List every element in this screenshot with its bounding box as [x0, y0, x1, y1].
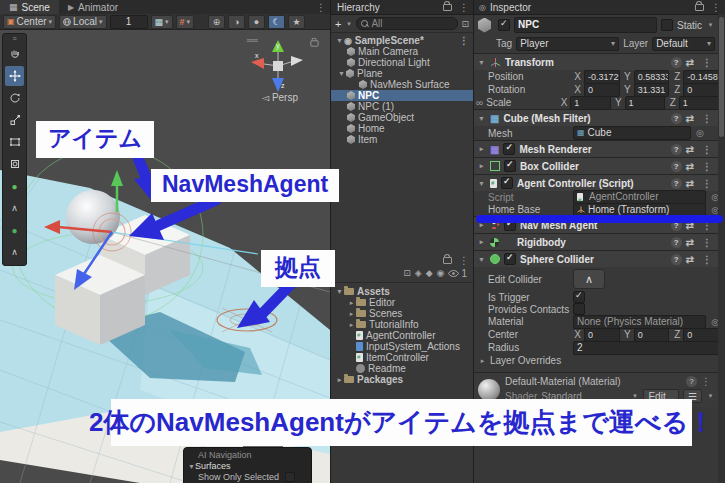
- is-trigger-checkbox[interactable]: [573, 291, 585, 303]
- chevron-down-icon[interactable]: ▾: [344, 20, 353, 28]
- mesh-filter-component-header[interactable]: ▼ ▦ Cube (Mesh Filter) ?⇄⋮: [474, 109, 719, 126]
- help-icon[interactable]: ?: [671, 178, 682, 189]
- rotation-y-field[interactable]: 31.331: [634, 83, 670, 97]
- gizmo-center-cube[interactable]: [273, 61, 283, 71]
- project-item-inputsystem-actions[interactable]: InputSystem_Actions: [331, 341, 473, 352]
- search-in-project-icon[interactable]: ⊡: [403, 268, 411, 278]
- foldout-caret-icon[interactable]: ▼: [337, 70, 346, 77]
- center-y-field[interactable]: 0: [634, 328, 670, 342]
- kebab-menu-icon[interactable]: ⋮: [698, 254, 716, 265]
- kebab-menu-icon[interactable]: ⋮: [698, 113, 716, 124]
- scale-z-field[interactable]: 1: [679, 96, 719, 110]
- layer-dropdown[interactable]: Default▾: [652, 37, 715, 51]
- hierarchy-menu-icon[interactable]: ⋮: [455, 2, 473, 13]
- add-object-button[interactable]: +: [335, 18, 341, 30]
- show-only-selected-checkbox[interactable]: [285, 472, 295, 482]
- script-object-field[interactable]: AgentController: [573, 190, 706, 204]
- hierarchy-item-gameobject[interactable]: GameObject: [331, 112, 473, 123]
- foldout-caret-icon[interactable]: ▼: [335, 288, 344, 295]
- gizmo-lock-icon[interactable]: [310, 40, 318, 46]
- position-z-field[interactable]: -0.14585: [683, 70, 719, 84]
- snap-increment-field[interactable]: 1: [110, 15, 148, 29]
- center-x-field[interactable]: 0: [584, 328, 620, 342]
- foldout-caret-icon[interactable]: ▸: [477, 162, 486, 170]
- view-orientation-gizmo[interactable]: y x z: [238, 36, 310, 94]
- kebab-menu-icon[interactable]: ⋮: [697, 376, 715, 387]
- scene-lighting-toggle[interactable]: ◑: [228, 15, 245, 29]
- lock-icon[interactable]: [695, 4, 704, 11]
- foldout-caret-icon[interactable]: ▸: [335, 376, 344, 384]
- scene-effects-toggle[interactable]: ☾: [268, 15, 285, 29]
- surfaces-foldout[interactable]: ▼Surfaces: [184, 460, 311, 471]
- rect-tool-button[interactable]: [5, 132, 24, 152]
- object-picker-icon[interactable]: ◎: [696, 128, 704, 138]
- component-enabled-checkbox[interactable]: [501, 177, 513, 189]
- chevron-down-icon[interactable]: ▾: [706, 392, 715, 400]
- component-enabled-checkbox[interactable]: [504, 253, 516, 265]
- pivot-mode-button[interactable]: ▣ Center ▾: [3, 15, 56, 29]
- preset-icon[interactable]: ⇄: [686, 144, 694, 155]
- mesh-renderer-component-header[interactable]: ▸ ▦ Mesh Renderer ?⇄⋮: [474, 140, 719, 157]
- foldout-caret-icon[interactable]: ▸: [347, 299, 356, 307]
- edit-trigger-tool-button[interactable]: ∧: [5, 242, 24, 262]
- foldout-caret-icon[interactable]: ▼: [477, 115, 486, 122]
- preset-icon[interactable]: ⇄: [686, 57, 694, 68]
- help-icon[interactable]: ?: [671, 113, 682, 124]
- rotation-z-field[interactable]: 0: [683, 83, 719, 97]
- asset-store-icon[interactable]: ◈: [415, 268, 422, 278]
- free-axis-cone[interactable]: [291, 56, 303, 66]
- alert-icon[interactable]: ◉: [437, 268, 445, 278]
- edit-collider-button[interactable]: ∧: [573, 269, 605, 289]
- kebab-menu-icon[interactable]: ⋮: [698, 57, 716, 68]
- static-checkbox[interactable]: [661, 19, 673, 31]
- foldout-caret-icon[interactable]: ▸: [477, 145, 486, 153]
- kebab-menu-icon[interactable]: ⋮: [698, 237, 716, 248]
- position-x-field[interactable]: -0.31729: [584, 70, 620, 84]
- foldout-caret-icon[interactable]: ▼: [477, 59, 486, 66]
- hierarchy-item-home[interactable]: Home: [331, 123, 473, 134]
- foldout-caret-icon[interactable]: ▼: [477, 256, 486, 263]
- preset-icon[interactable]: ⇄: [686, 161, 694, 172]
- hand-tool-button[interactable]: [5, 44, 24, 64]
- label-filter-icon[interactable]: ◆: [426, 268, 433, 278]
- tab-scene[interactable]: ▦ Scene: [0, 0, 59, 14]
- show-only-selected-row[interactable]: Show Only Selected: [184, 471, 311, 482]
- lock-icon[interactable]: [443, 257, 452, 264]
- rotation-x-field[interactable]: 0: [584, 83, 620, 97]
- physics-material-field[interactable]: None (Physics Material): [573, 315, 706, 329]
- scene-tab-menu-icon[interactable]: ⋮: [312, 2, 330, 13]
- project-item-scenes[interactable]: ▸Scenes: [331, 308, 473, 319]
- kebab-menu-icon[interactable]: ⋮: [698, 144, 716, 155]
- help-icon[interactable]: ?: [686, 376, 697, 387]
- project-menu-icon[interactable]: ⋮: [455, 255, 473, 266]
- scale-link-icon[interactable]: ∞: [476, 97, 483, 108]
- project-item-agentcontroller[interactable]: AgentController: [331, 330, 473, 341]
- scale-y-field[interactable]: 1: [625, 96, 665, 110]
- hierarchy-item-plane[interactable]: ▼Plane: [331, 68, 473, 79]
- hierarchy-item-directional-light[interactable]: Directional Light: [331, 57, 473, 68]
- hidden-count-indicator[interactable]: 1: [448, 268, 467, 279]
- hierarchy-item-npc-1[interactable]: NPC (1): [331, 101, 473, 112]
- sphere-collider-tool-button[interactable]: ●: [5, 176, 24, 196]
- help-icon[interactable]: ?: [671, 144, 682, 155]
- hierarchy-item-item[interactable]: Item: [331, 134, 473, 145]
- object-name-field[interactable]: NPC: [514, 17, 657, 33]
- scene-debug-toggle[interactable]: ★: [288, 15, 305, 29]
- kebab-menu-icon[interactable]: ⋮: [698, 161, 716, 172]
- search-by-type-icon[interactable]: ⊡: [461, 19, 469, 29]
- chevron-down-icon[interactable]: ▾: [706, 21, 715, 29]
- project-item-editor[interactable]: ▸Editor: [331, 297, 473, 308]
- x-axis-cone[interactable]: [251, 58, 264, 69]
- component-enabled-checkbox[interactable]: [503, 143, 515, 155]
- help-icon[interactable]: ?: [671, 254, 682, 265]
- edit-collider-tool-button[interactable]: ∧: [5, 198, 24, 218]
- scene-audio-toggle[interactable]: ●: [248, 15, 265, 29]
- help-icon[interactable]: ?: [671, 161, 682, 172]
- center-z-field[interactable]: 0: [683, 328, 719, 342]
- preset-icon[interactable]: ⇄: [686, 254, 694, 265]
- inspector-menu-icon[interactable]: ⋮: [707, 2, 725, 13]
- sphere-trigger-tool-button[interactable]: ●: [5, 220, 24, 240]
- camera-gizmo-toggle[interactable]: ⊕: [208, 15, 225, 29]
- hierarchy-item-scene-root[interactable]: ▼ ◉ SampleScene* ⋮: [331, 35, 473, 46]
- scene-options-icon[interactable]: ⋮: [455, 35, 473, 46]
